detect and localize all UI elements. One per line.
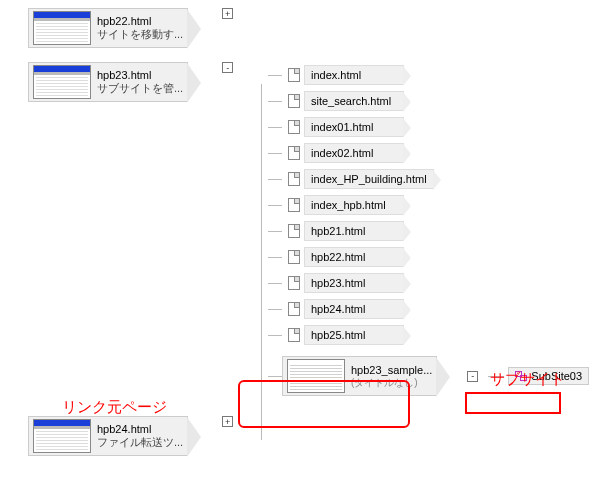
child-filename: hpb23.html	[311, 277, 365, 289]
child-page-item[interactable]: index02.html	[268, 140, 605, 166]
document-icon	[288, 250, 300, 264]
page-subtitle: サブサイトを管...	[97, 82, 183, 95]
page-filename: hpb23_sample...	[351, 364, 432, 377]
document-icon	[288, 94, 300, 108]
expand-toggle[interactable]: +	[222, 416, 233, 427]
page-subtitle: (タイトルなし)	[351, 377, 432, 389]
page-subtitle: サイトを移動す...	[97, 28, 183, 41]
document-icon	[288, 198, 300, 212]
document-icon	[288, 302, 300, 316]
tree-connector-line	[261, 84, 262, 440]
child-filename: hpb22.html	[311, 251, 365, 263]
child-page-item[interactable]: site_search.html	[268, 88, 605, 114]
child-page-item[interactable]: hpb24.html	[268, 296, 605, 322]
child-page-item[interactable]: index01.html	[268, 114, 605, 140]
child-page-item[interactable]: index_HP_building.html	[268, 166, 605, 192]
page-filename: hpb24.html	[97, 423, 183, 436]
document-icon	[288, 224, 300, 238]
page-thumbnail	[33, 65, 91, 99]
document-icon	[288, 172, 300, 186]
collapse-toggle[interactable]: -	[467, 371, 478, 382]
page-filename: hpb23.html	[97, 69, 183, 82]
page-subtitle: ファイル転送ツ...	[97, 436, 183, 449]
child-filename: index01.html	[311, 121, 373, 133]
child-filename: index_HP_building.html	[311, 173, 427, 185]
page-thumbnail	[287, 359, 345, 393]
child-filename: hpb24.html	[311, 303, 365, 315]
sample-page-node[interactable]: hpb23_sample... (タイトルなし)	[282, 356, 437, 396]
child-page-item[interactable]: hpb22.html	[268, 244, 605, 270]
child-filename: index02.html	[311, 147, 373, 159]
page-node[interactable]: hpb24.html ファイル転送ツ...	[28, 416, 188, 456]
child-filename: hpb21.html	[311, 225, 365, 237]
document-icon	[288, 120, 300, 134]
child-filename: site_search.html	[311, 95, 391, 107]
page-filename: hpb22.html	[97, 15, 183, 28]
document-icon	[288, 68, 300, 82]
document-icon	[288, 146, 300, 160]
child-page-item[interactable]: hpb23.html	[268, 270, 605, 296]
child-page-item[interactable]: index.html	[268, 62, 605, 88]
document-icon	[288, 276, 300, 290]
child-filename: hpb25.html	[311, 329, 365, 341]
page-thumbnail	[33, 419, 91, 453]
collapse-toggle[interactable]: -	[222, 62, 233, 73]
annotation-subsite: サブサイト	[490, 370, 565, 389]
page-node[interactable]: hpb22.html サイトを移動す...	[28, 8, 188, 48]
page-node[interactable]: hpb23.html サブサイトを管...	[28, 62, 188, 102]
expand-toggle[interactable]: +	[222, 8, 233, 19]
document-icon	[288, 328, 300, 342]
child-page-item[interactable]: hpb21.html	[268, 218, 605, 244]
page-thumbnail	[33, 11, 91, 45]
child-page-item[interactable]: hpb25.html	[268, 322, 605, 348]
child-page-item[interactable]: index_hpb.html	[268, 192, 605, 218]
child-filename: index_hpb.html	[311, 199, 386, 211]
annotation-source-page: リンク元ページ	[62, 398, 167, 417]
child-filename: index.html	[311, 69, 361, 81]
